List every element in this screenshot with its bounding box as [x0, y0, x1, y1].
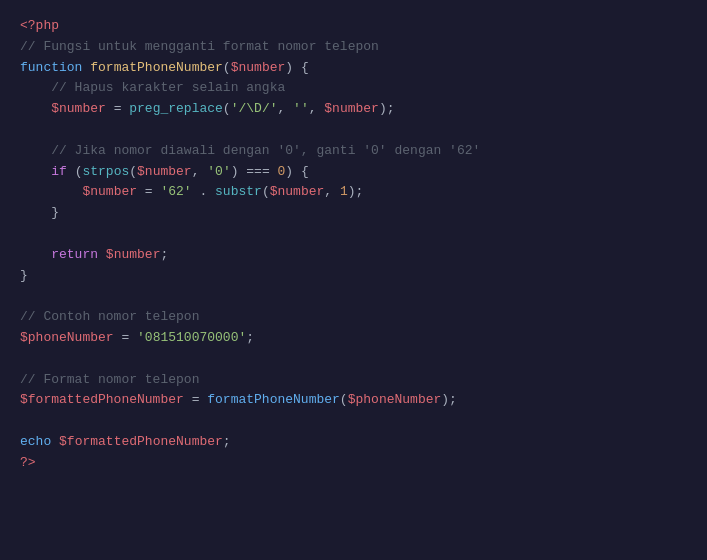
line-17: [20, 349, 687, 370]
line-21: echo $formattedPhoneNumber;: [20, 432, 687, 453]
line-22: ?>: [20, 453, 687, 474]
line-18: // Format nomor telepon: [20, 370, 687, 391]
line-13: }: [20, 266, 687, 287]
line-2: // Fungsi untuk mengganti format nomor t…: [20, 37, 687, 58]
line-8: if (strpos($number, '0') === 0) {: [20, 162, 687, 183]
line-9: $number = '62' . substr($number, 1);: [20, 182, 687, 203]
line-7: // Jika nomor diawali dengan '0', ganti …: [20, 141, 687, 162]
line-14: [20, 286, 687, 307]
line-11: [20, 224, 687, 245]
line-1: <?php: [20, 16, 687, 37]
line-12: return $number;: [20, 245, 687, 266]
line-5: $number = preg_replace('/\D/', '', $numb…: [20, 99, 687, 120]
line-6: [20, 120, 687, 141]
line-10: }: [20, 203, 687, 224]
line-19: $formattedPhoneNumber = formatPhoneNumbe…: [20, 390, 687, 411]
line-20: [20, 411, 687, 432]
line-15: // Contoh nomor telepon: [20, 307, 687, 328]
line-3: function formatPhoneNumber($number) {: [20, 58, 687, 79]
line-4: // Hapus karakter selain angka: [20, 78, 687, 99]
line-16: $phoneNumber = '081510070000';: [20, 328, 687, 349]
code-editor: <?php // Fungsi untuk mengganti format n…: [0, 0, 707, 560]
